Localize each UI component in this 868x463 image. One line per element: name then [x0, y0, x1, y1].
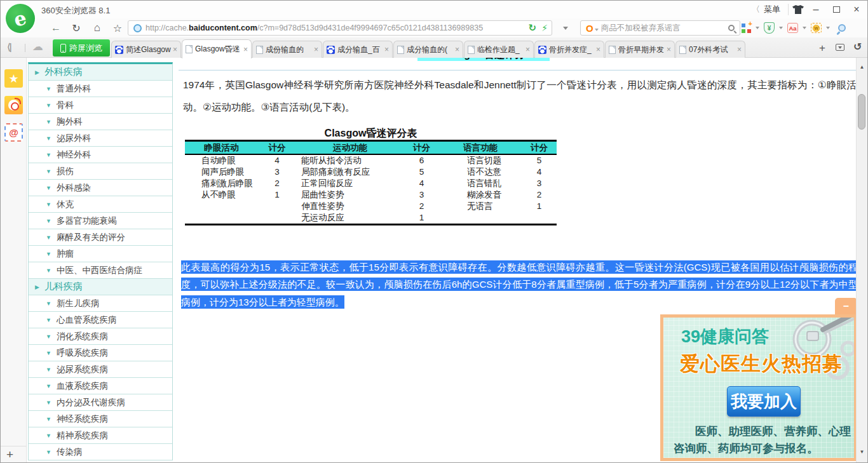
payment-shield-icon[interactable]: ¥ — [764, 22, 775, 34]
maximize-button[interactable] — [828, 2, 844, 17]
ad-minimize-button[interactable]: – — [835, 298, 857, 314]
sidebar-item[interactable]: ▶ ▼ 胸外科 — [29, 114, 172, 130]
sidebar-item[interactable]: ▶ ▼ 外科疾病 — [29, 64, 172, 81]
sidebar-item[interactable]: ▶ ▼ 麻醉及有关的评分 — [29, 229, 172, 246]
sidebar-item[interactable]: ▶ ▼ 外科感染 — [29, 180, 172, 196]
back-button[interactable]: ← — [48, 18, 64, 37]
translate-icon[interactable]: Aa — [787, 23, 798, 33]
chevron-down-icon[interactable] — [756, 27, 759, 29]
sidebar-item[interactable]: ▶ ▼ 新生儿疾病 — [29, 295, 172, 312]
sidebar-item[interactable]: ▶ ▼ 传染病 — [29, 444, 172, 460]
skin-theme-icon[interactable] — [792, 5, 804, 14]
sidebar-item[interactable]: ▶ ▼ 心血管系统疾病 — [29, 312, 172, 328]
browser-tab[interactable]: Glasgow昏迷 × — [182, 39, 252, 58]
tab-close-icon[interactable]: × — [667, 45, 671, 54]
url-dropdown-button[interactable] — [556, 20, 575, 36]
refresh-button[interactable]: ↻ — [68, 18, 85, 37]
tab-close-icon[interactable]: × — [173, 45, 177, 54]
text-selection-highlight[interactable]: 此表最高的得分为15，表示正常状态，低于15分即表示有意识障碍存在。分数越低意识… — [181, 260, 858, 309]
sidebar-item[interactable]: ▶ ▼ 血液系统疾病 — [29, 378, 172, 394]
search-engine-dropdown-icon[interactable] — [595, 29, 599, 31]
favorites-button[interactable]: ★ — [4, 69, 23, 88]
tab-close-icon[interactable]: × — [384, 45, 389, 54]
sidebar-item[interactable]: ▶ ▼ 休克 — [29, 196, 172, 213]
url-scheme: http://cache. — [146, 23, 189, 32]
menu-collapse-icon[interactable]: 〈 — [752, 4, 760, 15]
chevron-down-icon: ▼ — [46, 218, 51, 224]
browser-tab[interactable]: 骨折早期并发 × — [605, 41, 675, 58]
browser-tab[interactable]: 成分输血_百 × — [323, 41, 393, 58]
cloud-sync-icon[interactable]: ☁ — [32, 40, 43, 53]
refresh-mode-icon[interactable]: ↻ — [529, 22, 537, 34]
chevron-down-icon[interactable] — [803, 27, 806, 29]
page-zoom-icon[interactable] — [838, 24, 846, 32]
minimize-button[interactable]: – — [808, 2, 824, 17]
tab-list-icon[interactable] — [836, 44, 844, 51]
sidebar-item[interactable]: ▶ ▼ 骨科 — [29, 97, 172, 114]
bookmark-star-button[interactable]: ☆ — [109, 18, 126, 37]
weibo-button[interactable] — [4, 96, 23, 114]
url-bar[interactable]: http://cache.baiducontent.com/c?m=9d78d5… — [128, 20, 552, 36]
sidebar-item-label: 血液系统疾病 — [57, 380, 108, 392]
search-box[interactable]: O 商品不加税被弃系谣言 — [580, 20, 740, 36]
browser-logo-icon[interactable]: e — [6, 4, 35, 33]
add-sidebar-app-button[interactable]: + — [1, 446, 27, 462]
scroll-up-icon[interactable]: ▲ — [857, 64, 867, 70]
chevron-down-icon[interactable] — [779, 27, 783, 29]
browser-tab[interactable]: 成份输血的 × — [252, 41, 322, 58]
mail-button[interactable]: @ — [4, 123, 23, 142]
sidebar-item[interactable]: ▶ ▼ 内分泌及代谢疾病 — [29, 394, 172, 411]
tab-close-icon[interactable]: × — [243, 45, 248, 54]
tab-close-icon[interactable]: × — [526, 45, 530, 54]
sidebar-item[interactable]: ▶ ▼ 神经外科 — [29, 147, 172, 163]
browser-tab[interactable]: 成分输血的( × — [393, 41, 463, 58]
speed-mode-icon[interactable]: ⚡ — [541, 23, 548, 33]
browser-tab[interactable]: 07外科考试 × — [675, 41, 745, 58]
scroll-down-icon[interactable]: ▼ — [857, 449, 867, 455]
reopen-tab-icon[interactable]: ↺ — [853, 41, 862, 53]
sidebar-item[interactable]: ▶ ▼ 呼吸系统疾病 — [29, 345, 172, 361]
tab-close-icon[interactable]: × — [596, 45, 600, 54]
sidebar-item[interactable]: ▶ ▼ 中医、中西医结合病症 — [29, 262, 172, 279]
home-button[interactable]: ⌂ — [89, 18, 105, 37]
tab-title: 骨折并发症_ — [549, 44, 595, 55]
browser-tab[interactable]: 临检作业题_ × — [464, 41, 534, 58]
collapse-tabs-icon[interactable]: ⟨| — [7, 41, 11, 53]
close-button[interactable]: × — [848, 2, 865, 17]
tab-close-icon[interactable]: × — [455, 45, 459, 54]
table-cell: 无语言 — [439, 201, 522, 212]
tab-close-icon[interactable]: × — [314, 45, 318, 54]
chevron-down-icon[interactable] — [826, 27, 830, 29]
scrollbar-thumb[interactable] — [858, 94, 865, 130]
sidebar-item[interactable]: ▶ ▼ 泌尿外科 — [29, 130, 172, 147]
tab-close-icon[interactable]: × — [737, 45, 742, 54]
table-cell: 2 — [258, 178, 296, 189]
sidebar-item[interactable]: ▶ ▼ 普通外科 — [29, 81, 172, 97]
cross-screen-button[interactable]: 跨屏浏览 — [53, 39, 110, 57]
ad-banner[interactable]: 39健康问答 爱心医生火热招募 我要加入 医师、助理医师、营养师、心理咨询师、药… — [660, 314, 857, 461]
browser-tab[interactable]: 骨折并发症_ × — [534, 41, 604, 58]
chevron-down-icon: ▼ — [46, 300, 51, 307]
rebate-coin-icon[interactable]: W — [811, 23, 822, 33]
sidebar-item[interactable]: ▶ ▼ 泌尿系统疾病 — [29, 361, 172, 378]
sidebar-item[interactable]: ▶ ▼ 神经系统疾病 — [29, 411, 172, 427]
sidebar-item[interactable]: ▶ ▼ 儿科疾病 — [29, 279, 172, 295]
sidebar-item[interactable]: ▶ ▼ 肿瘤 — [29, 246, 172, 262]
ad-join-button[interactable]: 我要加入 — [727, 386, 801, 417]
scrollbar[interactable]: ▲ ▼ — [856, 58, 867, 462]
new-tab-button[interactable]: + — [819, 42, 825, 55]
menu-button[interactable]: 菜单 — [764, 4, 780, 15]
sidebar-item[interactable]: ▶ ▼ 精神系统疾病 — [29, 427, 172, 444]
at-icon: @ — [9, 127, 18, 138]
sidebar-item[interactable]: ▶ ▼ 多器官功能衰竭 — [29, 213, 172, 229]
search-engine-icon[interactable]: O — [586, 23, 593, 34]
intro-paragraph: 1974年，英国Glasgow神经科学研究所南方医院神经外科Teasdale和J… — [183, 74, 857, 118]
extensions-icon[interactable] — [742, 23, 751, 33]
browser-tab[interactable]: 简述Glasgow × — [111, 41, 181, 58]
search-input[interactable]: 商品不加税被弃系谣言 — [601, 23, 728, 34]
tab-title: 成份输血的 — [266, 44, 313, 55]
sidebar-item-label: 普通外科 — [57, 83, 91, 95]
sidebar-item[interactable]: ▶ ▼ 损伤 — [29, 163, 172, 180]
search-icon[interactable] — [728, 25, 735, 31]
sidebar-item[interactable]: ▶ ▼ 消化系统疾病 — [29, 328, 172, 345]
